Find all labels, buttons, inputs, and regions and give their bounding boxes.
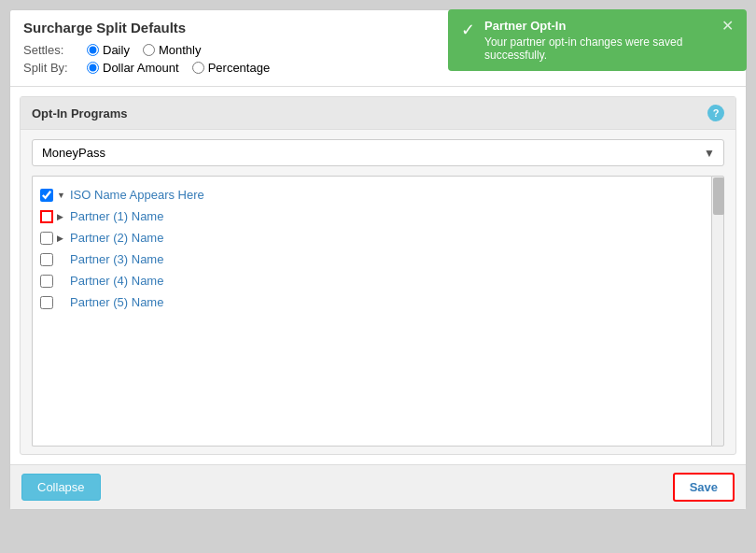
tree-container: ▼ ISO Name Appears Here ▶ Partner (1) Na… [32, 176, 711, 447]
partner-3-row: ▶ Partner (3) Name [38, 248, 706, 270]
partner-1-label[interactable]: Partner (1) Name [70, 209, 163, 223]
toast-message: Your partner opt-in changes were saved s… [484, 35, 712, 62]
percentage-radio[interactable] [192, 62, 204, 74]
scrollbar-thumb[interactable] [713, 177, 724, 215]
partner-3-checkbox[interactable] [40, 253, 53, 266]
partner-2-checkbox[interactable] [40, 232, 53, 245]
daily-radio[interactable] [87, 44, 99, 56]
partner-2-arrow[interactable]: ▶ [57, 234, 66, 243]
toast-check-icon: ✓ [461, 20, 475, 40]
opt-in-programs-title: Opt-In Programs [32, 106, 128, 121]
root-checkbox[interactable] [40, 189, 53, 202]
partner-5-label[interactable]: Partner (5) Name [70, 295, 163, 309]
panel-footer: Collapse Save [10, 464, 746, 509]
tree-root-row: ▼ ISO Name Appears Here [38, 184, 706, 206]
partner-5-checkbox[interactable] [40, 296, 53, 309]
monthly-radio-option[interactable]: Monthly [143, 43, 202, 57]
daily-label: Daily [103, 43, 130, 57]
split-by-label: Split By: [23, 61, 79, 75]
partner-4-label[interactable]: Partner (4) Name [70, 274, 163, 288]
help-icon[interactable]: ? [707, 105, 724, 121]
partner-4-checkbox[interactable] [40, 275, 53, 288]
dollar-radio[interactable] [87, 62, 99, 74]
toast-title: Partner Opt-In [484, 19, 712, 33]
settles-label: Settles: [23, 43, 79, 57]
partner-2-label[interactable]: Partner (2) Name [70, 231, 163, 245]
partner-2-row: ▶ Partner (2) Name [38, 227, 706, 248]
monthly-label: Monthly [159, 43, 202, 57]
dollar-radio-option[interactable]: Dollar Amount [87, 61, 179, 75]
toast-close-button[interactable]: ✕ [721, 19, 734, 34]
collapse-button[interactable]: Collapse [21, 474, 101, 501]
save-button[interactable]: Save [673, 473, 735, 502]
root-expand-arrow[interactable]: ▼ [57, 191, 66, 200]
partner-5-row: ▶ Partner (5) Name [38, 291, 706, 313]
daily-radio-option[interactable]: Daily [87, 43, 130, 57]
toast-notification: ✓ Partner Opt-In Your partner opt-in cha… [448, 9, 747, 71]
percentage-label: Percentage [208, 61, 271, 75]
partner-3-label[interactable]: Partner (3) Name [70, 252, 163, 266]
program-dropdown[interactable]: MoneyPass [32, 139, 724, 166]
partner-1-arrow[interactable]: ▶ [57, 212, 66, 221]
dollar-label: Dollar Amount [103, 61, 179, 75]
scrollbar[interactable] [711, 176, 724, 447]
partner-1-row: ▶ Partner (1) Name [38, 206, 706, 227]
partner-1-checkbox[interactable] [40, 210, 53, 223]
percentage-radio-option[interactable]: Percentage [192, 61, 271, 75]
root-label[interactable]: ISO Name Appears Here [70, 188, 204, 202]
toast-content: Partner Opt-In Your partner opt-in chang… [484, 19, 712, 62]
partner-4-row: ▶ Partner (4) Name [38, 270, 706, 291]
monthly-radio[interactable] [143, 44, 155, 56]
